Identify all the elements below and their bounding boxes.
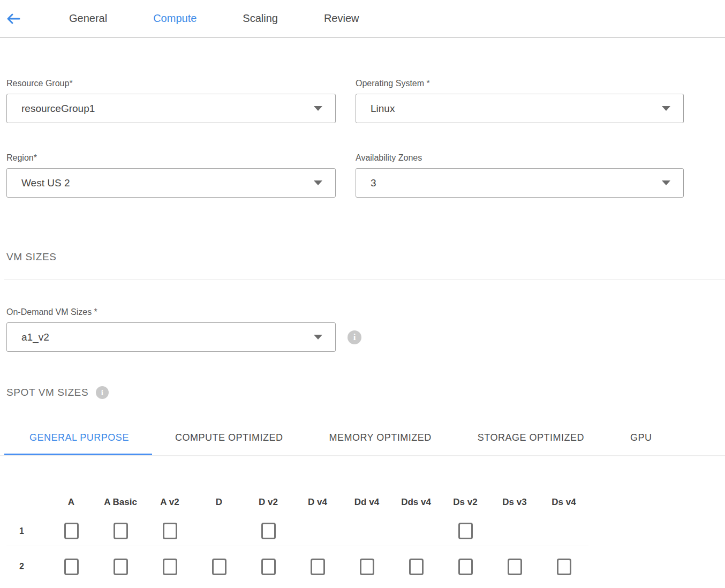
step-scaling[interactable]: Scaling: [220, 12, 301, 25]
operating-system-label: Operating System *: [356, 79, 684, 88]
vm-size-checkbox-row2-ds-v3[interactable]: [508, 559, 522, 575]
section-divider: [4, 279, 725, 280]
spot-tab-general-purpose[interactable]: GENERAL PURPOSE: [6, 432, 152, 455]
operating-system-select[interactable]: Linux: [356, 94, 684, 123]
availability-zones-select[interactable]: 3: [356, 168, 684, 198]
column-header-ds-v3: Ds v3: [490, 497, 539, 508]
vm-size-checkbox-row2-d[interactable]: [212, 559, 226, 575]
spot-vm-sizes-title: SPOT VM SIZES: [6, 387, 88, 398]
compute-form: Resource Group* resourceGroup1 Operating…: [6, 79, 725, 198]
table-cell: [490, 559, 539, 575]
vm-size-checkbox-row2-dd-v4[interactable]: [360, 559, 374, 575]
table-cell: [391, 559, 441, 575]
chevron-down-icon: [314, 335, 322, 340]
table-cell: [145, 523, 194, 539]
column-header-ds-v4: Ds v4: [539, 497, 588, 508]
spot-vm-sizes-header: SPOT VM SIZES i: [6, 386, 725, 399]
table-header-row: AA BasicA v2DD v2D v4Dd v4Dds v4Ds v2Ds …: [6, 497, 588, 508]
on-demand-vm-sizes-label: On-Demand VM Sizes *: [6, 307, 725, 317]
field-region: Region* West US 2: [6, 153, 336, 198]
back-arrow-icon[interactable]: [4, 10, 22, 28]
step-compute[interactable]: Compute: [130, 12, 220, 25]
table-cell: [194, 559, 244, 575]
spot-tabs-bar: GENERAL PURPOSECOMPUTE OPTIMIZEDMEMORY O…: [0, 432, 725, 456]
on-demand-vm-sizes-value: a1_v2: [21, 331, 49, 343]
row-label: 1: [6, 526, 47, 536]
spot-tab-storage-optimized[interactable]: STORAGE OPTIMIZED: [455, 432, 607, 455]
table-cell: [244, 559, 293, 575]
table-cell: [96, 523, 145, 539]
column-header-ds-v2: Ds v2: [441, 497, 490, 508]
spot-vm-sizes-table: AA BasicA v2DD v2D v4Dd v4Dds v4Ds v2Ds …: [6, 497, 725, 582]
column-header-a-v2: A v2: [145, 497, 194, 508]
wizard-step-header: General Compute Scaling Review: [0, 0, 725, 38]
spot-tab-compute-optimized[interactable]: COMPUTE OPTIMIZED: [152, 432, 306, 455]
on-demand-vm-sizes-select[interactable]: a1_v2: [6, 322, 336, 352]
region-select[interactable]: West US 2: [6, 168, 336, 198]
vm-size-checkbox-row2-ds-v2[interactable]: [458, 559, 473, 575]
on-demand-row: a1_v2 i: [6, 322, 725, 352]
resource-group-label: Resource Group*: [6, 79, 336, 88]
vm-size-checkbox-row2-dds-v4[interactable]: [409, 559, 424, 575]
table-cell: [96, 559, 145, 575]
chevron-down-icon: [314, 106, 322, 111]
table-cell: [145, 559, 194, 575]
vm-size-checkbox-row1-a-basic[interactable]: [114, 523, 128, 539]
row-label: 2: [6, 562, 47, 571]
operating-system-value: Linux: [371, 103, 395, 115]
chevron-down-icon: [314, 180, 322, 185]
region-value: West US 2: [21, 177, 70, 189]
vm-size-checkbox-row1-a[interactable]: [64, 523, 79, 539]
table-cell: [539, 559, 588, 575]
vm-size-checkbox-row2-a[interactable]: [64, 559, 79, 575]
column-header-dds-v4: Dds v4: [391, 497, 441, 508]
vm-size-checkbox-row2-a-basic[interactable]: [114, 559, 128, 575]
wizard-steps: General Compute Scaling Review: [46, 12, 382, 25]
table-row: 2: [6, 552, 588, 582]
availability-zones-label: Availability Zones: [356, 153, 684, 163]
column-header-d-v2: D v2: [244, 497, 293, 508]
step-review[interactable]: Review: [301, 12, 382, 25]
availability-zones-value: 3: [371, 177, 376, 189]
info-icon[interactable]: i: [96, 386, 109, 399]
table-row: 1: [6, 516, 588, 546]
vm-sizes-section-title: VM SIZES: [6, 251, 725, 263]
vm-size-checkbox-row1-ds-v2[interactable]: [458, 523, 473, 539]
column-header-d: D: [194, 497, 244, 508]
chevron-down-icon: [662, 106, 670, 111]
table-cell: [342, 559, 391, 575]
resource-group-value: resourceGroup1: [21, 103, 95, 115]
column-header-a-basic: A Basic: [96, 497, 145, 508]
table-cell: [244, 523, 293, 539]
field-resource-group: Resource Group* resourceGroup1: [6, 79, 336, 123]
column-header-a: A: [47, 497, 96, 508]
table-cell: [441, 523, 490, 539]
vm-size-checkbox-row2-ds-v4[interactable]: [557, 559, 571, 575]
field-availability-zones: Availability Zones 3: [356, 153, 684, 198]
column-header-d-v4: D v4: [293, 497, 342, 508]
column-header-dd-v4: Dd v4: [342, 497, 391, 508]
table-cell: [47, 559, 96, 575]
field-operating-system: Operating System * Linux: [356, 79, 684, 123]
vm-size-checkbox-row2-d-v2[interactable]: [261, 559, 276, 575]
table-cell: [293, 559, 342, 575]
vm-size-checkbox-row1-d-v2[interactable]: [261, 523, 276, 539]
vm-size-checkbox-row2-d-v4[interactable]: [311, 559, 325, 575]
spot-tab-memory-optimized[interactable]: MEMORY OPTIMIZED: [306, 432, 454, 455]
vm-size-checkbox-row2-a-v2[interactable]: [163, 559, 177, 575]
spot-tab-gpu[interactable]: GPU: [607, 432, 675, 455]
vm-size-checkbox-row1-a-v2[interactable]: [163, 523, 177, 539]
table-cell: [441, 559, 490, 575]
region-label: Region*: [6, 153, 336, 163]
resource-group-select[interactable]: resourceGroup1: [6, 94, 336, 123]
chevron-down-icon: [662, 180, 670, 185]
info-icon[interactable]: i: [348, 330, 361, 344]
spot-tabs: GENERAL PURPOSECOMPUTE OPTIMIZEDMEMORY O…: [0, 432, 725, 455]
step-general[interactable]: General: [46, 12, 130, 25]
table-cell: [47, 523, 96, 539]
